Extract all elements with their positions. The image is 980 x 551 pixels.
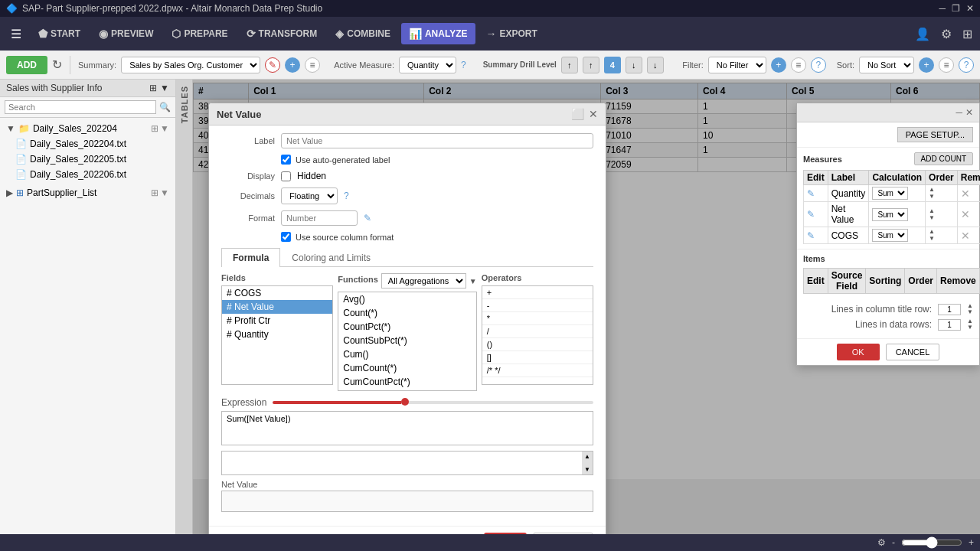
- measure-remove-btn[interactable]: ✕: [961, 187, 970, 200]
- add-filter-icon[interactable]: +: [771, 57, 786, 73]
- lines-data-down[interactable]: ▼: [967, 324, 973, 331]
- nav-export[interactable]: → EXPORT: [479, 23, 545, 44]
- functions-arrow[interactable]: ▼: [469, 277, 477, 285]
- status-icon[interactable]: ⚙: [877, 537, 886, 548]
- restore-btn[interactable]: ❐: [952, 3, 960, 14]
- drill-up-btn[interactable]: ↑: [561, 57, 578, 73]
- dialog-cancel-btn[interactable]: CANCEL: [533, 533, 593, 534]
- nav-combine[interactable]: ◈ COMBINE: [328, 23, 398, 44]
- measure-down-btn[interactable]: ▼: [929, 236, 954, 242]
- operators-list[interactable]: +-*/()[]/* */: [482, 285, 593, 385]
- operator-item[interactable]: *: [482, 312, 593, 325]
- lines-column-input[interactable]: [938, 304, 961, 315]
- measure-edit-btn[interactable]: ✎: [807, 209, 815, 220]
- scroll-down[interactable]: ▼: [584, 466, 590, 473]
- active-measure-select[interactable]: Quantity: [399, 57, 456, 73]
- refresh-button[interactable]: ↻: [52, 57, 62, 72]
- operator-item[interactable]: []: [482, 351, 593, 364]
- field-item[interactable]: # Quantity: [222, 328, 332, 341]
- measure-edit-btn[interactable]: ✎: [807, 188, 815, 199]
- expression-input[interactable]: Sum([Net Value]): [221, 411, 593, 445]
- tree-file1[interactable]: 📄 Daily_Sales_202204.txt: [3, 136, 172, 152]
- help-filter-icon[interactable]: ?: [811, 57, 826, 73]
- nav-prepare[interactable]: ⬡ PREPARE: [164, 23, 235, 44]
- tab-coloring[interactable]: Coloring and Limits: [280, 248, 382, 267]
- measure-up-btn[interactable]: ▲: [929, 208, 954, 214]
- measure-edit-btn[interactable]: ✎: [807, 230, 815, 241]
- decimals-help-icon[interactable]: ?: [344, 191, 349, 201]
- operator-item[interactable]: +: [482, 286, 593, 299]
- list-sort-icon[interactable]: ≡: [939, 57, 954, 73]
- operator-item[interactable]: /: [482, 325, 593, 338]
- source-format-checkbox[interactable]: [281, 232, 291, 242]
- expression-scroll[interactable]: [222, 452, 582, 474]
- tree-daily-sales[interactable]: ▼ 📁 Daily_Sales_202204 ⊞ ▼: [3, 121, 172, 136]
- measure-remove-btn[interactable]: ✕: [961, 230, 970, 242]
- help-icon[interactable]: ?: [461, 60, 466, 70]
- measure-down-btn[interactable]: ▼: [929, 215, 954, 221]
- help-sort-icon[interactable]: ?: [959, 57, 974, 73]
- measure-remove-btn[interactable]: ✕: [961, 208, 970, 220]
- nav-start[interactable]: ⬟ START: [31, 23, 88, 44]
- function-item[interactable]: CumPct(): [338, 389, 475, 391]
- list-summary-icon[interactable]: ≡: [305, 57, 320, 73]
- format-input[interactable]: [281, 210, 358, 226]
- tree-part-supplier[interactable]: ▶ ⊞ PartSupplier_List ⊞ ▼: [3, 185, 172, 201]
- measure-up-btn[interactable]: ▲: [929, 187, 954, 193]
- close-btn[interactable]: ✕: [966, 3, 974, 14]
- function-item[interactable]: Cum(): [338, 347, 475, 361]
- function-item[interactable]: Count(*): [338, 306, 475, 320]
- nav-analyze[interactable]: 📊 ANALYZE: [401, 23, 475, 44]
- tree-file3[interactable]: 📄 Daily_Sales_202206.txt: [3, 167, 172, 182]
- measure-up-btn[interactable]: ▲: [929, 229, 954, 235]
- measure-calc-select[interactable]: Sum: [872, 229, 908, 242]
- operator-item[interactable]: /* */: [482, 364, 593, 377]
- hidden-checkbox[interactable]: [281, 171, 291, 181]
- field-item[interactable]: # COGS: [222, 286, 332, 300]
- measure-calc-select[interactable]: Sum: [872, 187, 908, 200]
- decimals-select[interactable]: Floating: [281, 187, 338, 204]
- sort-select[interactable]: No Sort: [859, 57, 914, 73]
- nav-preview[interactable]: ◉ PREVIEW: [91, 23, 161, 44]
- tree-more-icon[interactable]: ▼: [160, 123, 169, 134]
- zoom-in-icon[interactable]: +: [969, 537, 974, 548]
- nav-transform[interactable]: ⟳ TRANSFORM: [239, 23, 325, 44]
- tree-part-table-icon[interactable]: ⊞: [151, 187, 158, 198]
- function-item[interactable]: CumCount(*): [338, 361, 475, 375]
- tables-tab[interactable]: TABLES: [176, 80, 193, 534]
- tab-formula[interactable]: Formula: [221, 248, 280, 267]
- label-input[interactable]: [281, 133, 593, 148]
- sidebar-arrow-icon[interactable]: ▼: [160, 83, 169, 93]
- dialog-close-btn[interactable]: ✕: [589, 108, 598, 120]
- zoom-out-icon[interactable]: -: [892, 537, 895, 548]
- page-setup-btn[interactable]: PAGE SETUP...: [897, 127, 973, 142]
- field-item[interactable]: # Net Value: [222, 300, 332, 314]
- lines-data-input[interactable]: [938, 319, 961, 331]
- drill-up2-btn[interactable]: ↑: [583, 57, 599, 73]
- field-item[interactable]: # Profit Ctr: [222, 314, 332, 328]
- search-input[interactable]: [5, 100, 156, 114]
- tree-file2[interactable]: 📄 Daily_Sales_202205.txt: [3, 152, 172, 167]
- function-item[interactable]: Avg(): [338, 292, 475, 306]
- add-button[interactable]: ADD: [6, 56, 47, 74]
- zoom-slider[interactable]: [901, 536, 962, 549]
- minimize-btn[interactable]: ─: [939, 3, 946, 14]
- add-count-btn[interactable]: ADD COUNT: [914, 152, 973, 165]
- panel-ok-btn[interactable]: OK: [837, 344, 880, 360]
- expression-slider[interactable]: [273, 401, 593, 404]
- user-icon[interactable]: 👤: [912, 24, 933, 44]
- scroll-up[interactable]: ▲: [584, 453, 590, 460]
- drill-down-btn[interactable]: ↓: [626, 57, 642, 73]
- operator-item[interactable]: -: [482, 299, 593, 312]
- tree-table-icon[interactable]: ⊞: [151, 123, 158, 134]
- search-icon[interactable]: 🔍: [159, 102, 171, 112]
- add-summary-icon[interactable]: +: [285, 57, 300, 73]
- panel-close-btn[interactable]: ✕: [965, 107, 973, 118]
- function-item[interactable]: CumCountPct(*): [338, 375, 475, 389]
- panel-cancel-btn[interactable]: CANCEL: [886, 344, 940, 360]
- functions-dropdown[interactable]: All Aggregations: [381, 273, 466, 289]
- list-filter-icon[interactable]: ≡: [791, 57, 806, 73]
- panel-minimize-btn[interactable]: ─: [956, 107, 962, 118]
- add-sort-icon[interactable]: +: [919, 57, 934, 73]
- dialog-maximize-btn[interactable]: ⬜: [571, 108, 584, 120]
